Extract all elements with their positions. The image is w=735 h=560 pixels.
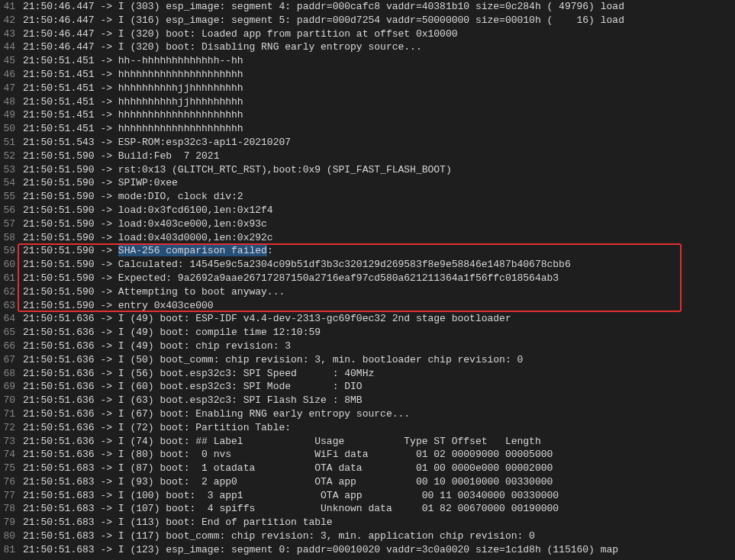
line-number: 60	[0, 258, 23, 272]
line-content[interactable]: 21:50:51.451 -> hhhhhhhhhhhhhhhhhhhhh	[23, 122, 735, 136]
log-line[interactable]: 7421:50:51.636 -> I (80) boot: 0 nvs WiF…	[0, 448, 735, 462]
log-line[interactable]: 4921:50:51.451 -> hhhhhhhhhhhhhhhhhhhhh	[0, 108, 735, 122]
line-content[interactable]: 21:50:51.636 -> I (49) boot: chip revisi…	[23, 340, 735, 353]
line-number: 75	[0, 462, 23, 475]
log-line[interactable]: 5721:50:51.590 -> load:0x403ce000,len:0x…	[0, 217, 735, 231]
line-content[interactable]: 21:50:51.451 -> hh--hhhhhhhhhhhhh--hh	[23, 54, 735, 68]
line-content[interactable]: 21:50:51.636 -> I (80) boot: 0 nvs WiFi …	[23, 448, 735, 462]
log-line[interactable]: 8121:50:51.683 -> I (123) esp_image: seg…	[0, 543, 735, 557]
selected-text[interactable]: SHA-256 comparison failed	[118, 245, 267, 256]
line-content[interactable]: 21:50:46.447 -> I (316) esp_image: segme…	[23, 14, 735, 27]
log-line[interactable]: 4521:50:51.451 -> hh--hhhhhhhhhhhhh--hh	[0, 54, 735, 68]
log-line[interactable]: 6721:50:51.636 -> I (50) boot_comm: chip…	[0, 353, 735, 367]
line-number: 47	[0, 82, 23, 95]
line-content[interactable]: 21:50:51.636 -> I (49) boot: ESP-IDF v4.…	[23, 312, 735, 326]
log-line[interactable]: 4121:50:46.447 -> I (303) esp_image: seg…	[0, 0, 735, 14]
log-line[interactable]: 6821:50:51.636 -> I (56) boot.esp32c3: S…	[0, 367, 735, 381]
line-number: 64	[0, 312, 23, 326]
log-line[interactable]: 4621:50:51.451 -> hhhhhhhhhhhhhhhhhhhhh	[0, 68, 735, 82]
line-content[interactable]: 21:50:51.590 -> SPIWP:0xee	[23, 176, 735, 190]
log-line[interactable]: 7521:50:51.683 -> I (87) boot: 1 otadata…	[0, 462, 735, 475]
log-line[interactable]: 7121:50:51.636 -> I (67) boot: Enabling …	[0, 407, 735, 421]
line-content[interactable]: 21:50:51.683 -> I (100) boot: 3 app1 OTA…	[23, 489, 735, 503]
log-line[interactable]: 5221:50:51.590 -> Build:Feb 7 2021	[0, 150, 735, 163]
log-line[interactable]: 7221:50:51.636 -> I (72) boot: Partition…	[0, 421, 735, 435]
line-content[interactable]: 21:50:46.447 -> I (303) esp_image: segme…	[23, 0, 735, 14]
line-content[interactable]: 21:50:51.590 -> load:0x3fcd6100,len:0x12…	[23, 204, 735, 217]
log-line[interactable]: 8021:50:51.683 -> I (117) boot_comm: chi…	[0, 529, 735, 543]
log-line[interactable]: 7721:50:51.683 -> I (100) boot: 3 app1 O…	[0, 489, 735, 503]
line-content[interactable]: 21:50:51.636 -> I (63) boot.esp32c3: SPI…	[23, 394, 735, 407]
log-line[interactable]: 7021:50:51.636 -> I (63) boot.esp32c3: S…	[0, 394, 735, 407]
line-number: 43	[0, 27, 23, 41]
line-content[interactable]: 21:50:51.451 -> hhhhhhhhhhjjhhhhhhhhh	[23, 95, 735, 109]
log-line[interactable]: 6521:50:51.636 -> I (49) boot: compile t…	[0, 326, 735, 340]
line-content[interactable]: 21:50:51.451 -> hhhhhhhhhhhhhhhhhhhhh	[23, 68, 735, 82]
log-line[interactable]: 6121:50:51.590 -> Expected: 9a2692a9aae2…	[0, 272, 735, 285]
line-content[interactable]: 21:50:51.590 -> load:0x403ce000,len:0x93…	[23, 217, 735, 231]
line-number: 44	[0, 40, 23, 54]
line-content[interactable]: 21:50:51.590 -> SHA-256 comparison faile…	[23, 244, 735, 258]
log-line[interactable]: 7321:50:51.636 -> I (74) boot: ## Label …	[0, 435, 735, 449]
line-content[interactable]: 21:50:51.590 -> Expected: 9a2692a9aae267…	[23, 272, 735, 285]
log-line[interactable]: 6221:50:51.590 -> Attempting to boot any…	[0, 285, 735, 299]
line-content[interactable]: 21:50:51.683 -> I (93) boot: 2 app0 OTA …	[23, 475, 735, 489]
log-line[interactable]: 6321:50:51.590 -> entry 0x403ce000	[0, 299, 735, 313]
log-line[interactable]: 5521:50:51.590 -> mode:DIO, clock div:2	[0, 190, 735, 204]
log-line[interactable]: 5921:50:51.590 -> SHA-256 comparison fai…	[0, 244, 735, 258]
log-line[interactable]: 6621:50:51.636 -> I (49) boot: chip revi…	[0, 340, 735, 353]
log-line[interactable]: 7621:50:51.683 -> I (93) boot: 2 app0 OT…	[0, 475, 735, 489]
line-content[interactable]: 21:50:51.636 -> I (60) boot.esp32c3: SPI…	[23, 380, 735, 394]
line-content[interactable]: 21:50:46.447 -> I (320) boot: Disabling …	[23, 40, 735, 54]
line-content[interactable]: 21:50:51.683 -> I (107) boot: 4 spiffs U…	[23, 502, 735, 516]
line-number: 51	[0, 136, 23, 150]
log-line[interactable]: 4721:50:51.451 -> hhhhhhhhhhjjhhhhhhhhh	[0, 82, 735, 95]
log-line[interactable]: 5821:50:51.590 -> load:0x403d0000,len:0x…	[0, 231, 735, 245]
line-number: 71	[0, 407, 23, 421]
line-number: 62	[0, 285, 23, 299]
log-line[interactable]: 4821:50:51.451 -> hhhhhhhhhhjjhhhhhhhhh	[0, 95, 735, 109]
line-content[interactable]: 21:50:51.590 -> Calculated: 14545e9c5a23…	[23, 258, 735, 272]
line-content[interactable]: 21:50:51.683 -> I (87) boot: 1 otadata O…	[23, 462, 735, 475]
log-line[interactable]: 5121:50:51.543 -> ESP-ROM:esp32c3-api1-2…	[0, 136, 735, 150]
line-content[interactable]: 21:50:51.636 -> I (74) boot: ## Label Us…	[23, 435, 735, 449]
log-line[interactable]: 5421:50:51.590 -> SPIWP:0xee	[0, 176, 735, 190]
log-line[interactable]: 6421:50:51.636 -> I (49) boot: ESP-IDF v…	[0, 312, 735, 326]
log-line[interactable]: 5621:50:51.590 -> load:0x3fcd6100,len:0x…	[0, 204, 735, 217]
line-content[interactable]: 21:50:46.447 -> I (320) boot: Loaded app…	[23, 27, 735, 41]
log-line[interactable]: 7921:50:51.683 -> I (113) boot: End of p…	[0, 516, 735, 529]
line-number: 76	[0, 475, 23, 489]
line-content[interactable]: 21:50:51.590 -> mode:DIO, clock div:2	[23, 190, 735, 204]
line-content[interactable]: 21:50:51.590 -> Attempting to boot anywa…	[23, 285, 735, 299]
log-line[interactable]: 6021:50:51.590 -> Calculated: 14545e9c5a…	[0, 258, 735, 272]
line-content[interactable]: 21:50:51.590 -> load:0x403d0000,len:0x29…	[23, 231, 735, 245]
line-number: 54	[0, 176, 23, 190]
log-line[interactable]: 5321:50:51.590 -> rst:0x13 (GLITCH_RTC_R…	[0, 163, 735, 177]
line-content[interactable]: 21:50:51.683 -> I (117) boot_comm: chip …	[23, 529, 735, 543]
line-content[interactable]: 21:50:51.543 -> ESP-ROM:esp32c3-api1-202…	[23, 136, 735, 150]
line-content[interactable]: 21:50:51.636 -> I (50) boot_comm: chip r…	[23, 353, 735, 367]
log-line[interactable]: 6921:50:51.636 -> I (60) boot.esp32c3: S…	[0, 380, 735, 394]
log-line[interactable]: 7821:50:51.683 -> I (107) boot: 4 spiffs…	[0, 502, 735, 516]
line-content[interactable]: 21:50:51.636 -> I (49) boot: compile tim…	[23, 326, 735, 340]
line-number: 79	[0, 516, 23, 529]
line-content[interactable]: 21:50:51.636 -> I (72) boot: Partition T…	[23, 421, 735, 435]
line-content[interactable]: 21:50:51.683 -> I (123) esp_image: segme…	[23, 543, 735, 557]
log-line[interactable]: 4421:50:46.447 -> I (320) boot: Disablin…	[0, 40, 735, 54]
line-content[interactable]: 21:50:51.636 -> I (67) boot: Enabling RN…	[23, 407, 735, 421]
line-content[interactable]: 21:50:51.683 -> I (113) boot: End of par…	[23, 516, 735, 529]
line-number: 50	[0, 122, 23, 136]
line-number: 41	[0, 0, 23, 14]
line-content[interactable]: 21:50:51.636 -> I (56) boot.esp32c3: SPI…	[23, 367, 735, 381]
log-line[interactable]: 5021:50:51.451 -> hhhhhhhhhhhhhhhhhhhhh	[0, 122, 735, 136]
line-number: 67	[0, 353, 23, 367]
line-content[interactable]: 21:50:51.590 -> entry 0x403ce000	[23, 299, 735, 313]
log-line[interactable]: 4321:50:46.447 -> I (320) boot: Loaded a…	[0, 27, 735, 41]
line-number: 53	[0, 163, 23, 177]
line-content[interactable]: 21:50:51.590 -> Build:Feb 7 2021	[23, 150, 735, 163]
log-line[interactable]: 4221:50:46.447 -> I (316) esp_image: seg…	[0, 14, 735, 27]
line-content[interactable]: 21:50:51.590 -> rst:0x13 (GLITCH_RTC_RST…	[23, 163, 735, 177]
line-content[interactable]: 21:50:51.451 -> hhhhhhhhhhhhhhhhhhhhh	[23, 108, 735, 122]
line-number: 68	[0, 367, 23, 381]
line-content[interactable]: 21:50:51.451 -> hhhhhhhhhhjjhhhhhhhhh	[23, 82, 735, 95]
